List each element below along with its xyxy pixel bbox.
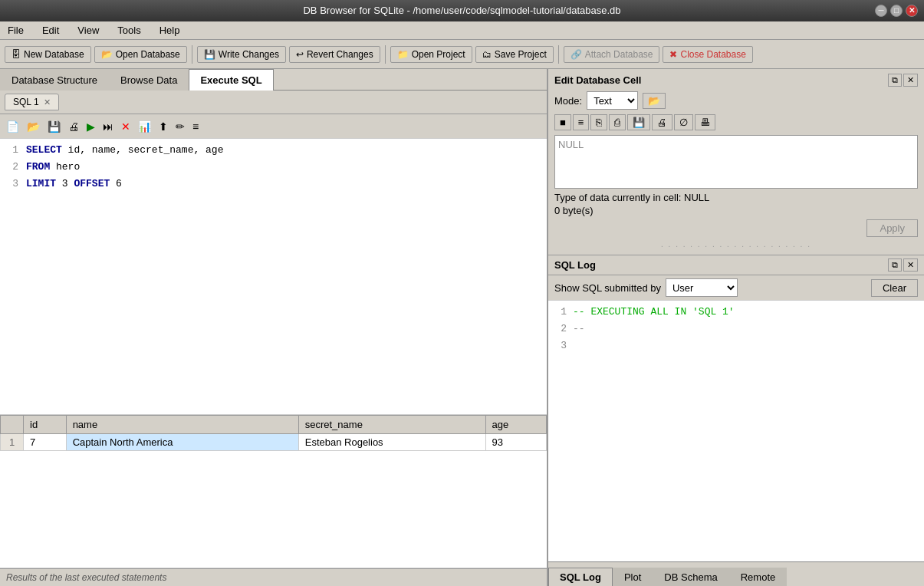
revert-changes-icon: ↩ (296, 49, 304, 60)
right-tab-db-schema[interactable]: DB Schema (653, 568, 728, 586)
sql-log-filter: Show SQL submitted by User Application A… (548, 275, 924, 301)
right-tab-remote[interactable]: Remote (729, 568, 788, 586)
log-line-3: 3 (551, 337, 921, 354)
type-info: Type of data currently in cell: NULL (554, 192, 918, 203)
sql-log-panel-controls: ⧉ ✕ (888, 258, 918, 272)
save-sql-button[interactable]: 💾 (44, 119, 64, 134)
sql-log-title: SQL Log (554, 259, 596, 271)
sql-log-float-button[interactable]: ⧉ (888, 258, 902, 272)
edit-cell-panel: Edit Database Cell ⧉ ✕ Mode: Text Binary… (548, 69, 924, 255)
new-database-icon: 🗄 (12, 49, 21, 60)
cell-secret-name[interactable]: Esteban Rogelios (298, 434, 485, 451)
menu-tools[interactable]: Tools (113, 23, 145, 38)
cell-export-button[interactable]: 💾 (627, 114, 650, 130)
edit-cell-header: Edit Database Cell ⧉ ✕ (554, 74, 918, 87)
cell-name[interactable]: Captain North America (66, 434, 298, 451)
col-header-secret-name[interactable]: secret_name (298, 416, 485, 434)
edit-cell-float-button[interactable]: ⧉ (888, 74, 902, 87)
menubar: File Edit View Tools Help (0, 21, 924, 40)
clear-button[interactable]: Clear (871, 279, 918, 297)
edit-cell-title: Edit Database Cell (554, 74, 641, 86)
cell-rownum: 1 (1, 434, 24, 451)
execute-line-button[interactable]: ⏭ (100, 119, 117, 134)
attach-database-button[interactable]: 🔗 Attach Database (564, 46, 660, 63)
results-table: id name secret_name age 1 7 Captain Nort… (0, 415, 547, 451)
table-row: 1 7 Captain North America Esteban Rogeli… (1, 434, 547, 451)
save-project-button[interactable]: 🗂 Save Project (475, 46, 554, 63)
col-header-name[interactable]: name (66, 416, 298, 434)
table-header-row: id name secret_name age (1, 416, 547, 434)
left-panel: Database Structure Browse Data Execute S… (0, 69, 548, 586)
main-tabs: Database Structure Browse Data Execute S… (0, 69, 547, 91)
tab-execute-sql[interactable]: Execute SQL (189, 69, 273, 91)
execute-button[interactable]: ▶ (84, 119, 98, 134)
sql-tab-1-label: SQL 1 (13, 97, 39, 107)
code-line-1: 1 SELECT id, name, secret_name, age (3, 142, 544, 159)
toolbar-separator-1 (192, 45, 192, 64)
titlebar-title: DB Browser for SQLite - /home/user/code/… (303, 5, 620, 16)
edit-cell-close-button[interactable]: ✕ (903, 74, 918, 87)
load-results-button[interactable]: ⬆ (156, 119, 171, 134)
mode-label: Mode: (554, 95, 582, 107)
open-project-button[interactable]: 📁 Open Project (390, 46, 472, 63)
cell-copy-button[interactable]: ⎘ (590, 114, 607, 130)
menu-help[interactable]: Help (155, 23, 185, 38)
cell-import-button[interactable]: 📂 (643, 93, 666, 109)
cell-bold-button[interactable]: ■ (554, 114, 571, 130)
col-header-id[interactable]: id (24, 416, 67, 434)
cell-print2-button[interactable]: 🖶 (695, 114, 715, 130)
sql-code-area[interactable]: 1 SELECT id, name, secret_name, age 2 FR… (0, 139, 547, 415)
log-text-1: -- EXECUTING ALL IN 'SQL 1' (573, 304, 735, 321)
open-database-button[interactable]: 📂 Open Database (94, 46, 187, 63)
edit-cell-panel-controls: ⧉ ✕ (888, 74, 918, 87)
print-sql-button[interactable]: 🖨 (65, 119, 82, 134)
close-database-button[interactable]: ✖ Close Database (663, 46, 752, 63)
sql-log-panel: SQL Log ⧉ ✕ Show SQL submitted by User A… (548, 255, 924, 561)
right-panel: Edit Database Cell ⧉ ✕ Mode: Text Binary… (548, 69, 924, 586)
divider-dots-1: . . . . . . . . . . . . . . . . . . . . … (554, 240, 918, 249)
edit-btn[interactable]: ✏ (173, 119, 188, 134)
sql-tab-1[interactable]: SQL 1 ✕ (5, 94, 59, 110)
menu-edit[interactable]: Edit (38, 23, 64, 38)
cell-paste-button[interactable]: ⎙ (609, 114, 626, 130)
maximize-button[interactable]: □ (890, 5, 903, 17)
minimize-button[interactable]: ─ (875, 5, 887, 17)
byte-info: 0 byte(s) (554, 205, 918, 216)
cell-null-button[interactable]: ∅ (674, 114, 693, 130)
cell-print-button[interactable]: 🖨 (652, 114, 672, 130)
apply-button[interactable]: Apply (866, 219, 918, 237)
tab-database-structure[interactable]: Database Structure (0, 69, 109, 91)
menu-file[interactable]: File (3, 23, 28, 38)
revert-changes-button[interactable]: ↩ Revert Changes (289, 46, 380, 63)
cell-id[interactable]: 7 (24, 434, 67, 451)
menu-view[interactable]: View (73, 23, 104, 38)
sql-log-content: 1 -- EXECUTING ALL IN 'SQL 1' 2 -- 3 (548, 301, 924, 561)
open-sql-button[interactable]: 📂 (24, 119, 43, 134)
mode-select[interactable]: Text Binary Null (587, 91, 638, 110)
toolbar-separator-3 (558, 45, 559, 64)
sql-tab-1-close[interactable]: ✕ (44, 97, 51, 107)
save-results-button[interactable]: 📊 (135, 119, 154, 134)
cell-age[interactable]: 93 (485, 434, 546, 451)
right-tab-plot[interactable]: Plot (613, 568, 653, 586)
log-line-1: 1 -- EXECUTING ALL IN 'SQL 1' (551, 304, 921, 321)
write-changes-button[interactable]: 💾 Write Changes (197, 46, 286, 63)
results-table-container: id name secret_name age 1 7 Captain Nort… (0, 415, 547, 568)
close-button[interactable]: ✕ (906, 5, 918, 17)
cell-align-left-button[interactable]: ≡ (573, 114, 590, 130)
col-header-age[interactable]: age (485, 416, 546, 434)
sql-log-close-button[interactable]: ✕ (903, 258, 918, 272)
cell-value-box[interactable]: NULL (554, 135, 918, 189)
sql-tab-bar: SQL 1 ✕ (0, 91, 547, 114)
tab-browse-data[interactable]: Browse Data (109, 69, 189, 91)
stop-button[interactable]: ✕ (118, 119, 133, 134)
right-tab-sql-log[interactable]: SQL Log (548, 568, 613, 586)
sql-editor-toolbar: 📄 📂 💾 🖨 ▶ ⏭ ✕ 📊 ⬆ ✏ ≡ (0, 114, 547, 139)
save-project-icon: 🗂 (482, 49, 492, 60)
new-sql-button[interactable]: 📄 (3, 119, 22, 134)
align-btn[interactable]: ≡ (189, 119, 202, 134)
filter-select[interactable]: User Application All (666, 278, 738, 297)
col-header-rownum (1, 416, 24, 434)
code-line-3: 3 LIMIT 3 OFFSET 6 (3, 176, 544, 193)
new-database-button[interactable]: 🗄 New Database (5, 46, 91, 63)
